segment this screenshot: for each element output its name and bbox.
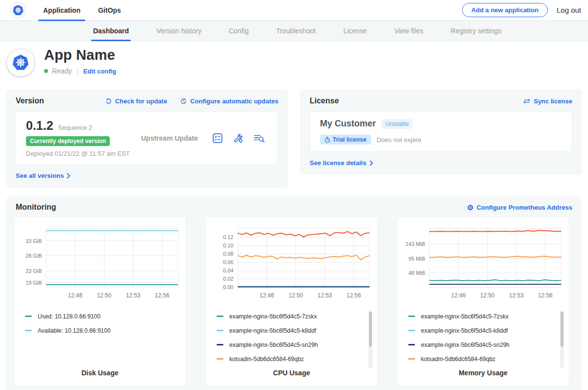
chart-title: Disk Usage: [17, 366, 183, 381]
status-ready-dot: [44, 69, 48, 73]
legend-item: example-nginx-5bc6f5d4c5-k8ddf: [408, 323, 566, 338]
chevron-right-icon: [67, 173, 71, 179]
svg-text:12:53: 12:53: [318, 292, 332, 299]
legend-item: Available: 10.128.0.66:9100: [25, 323, 183, 338]
divider: |: [76, 67, 78, 75]
kubernetes-logo-icon[interactable]: [11, 3, 25, 18]
license-type-badge: Trial license: [320, 135, 371, 145]
legend-label: example-nginx-5bc6f5d4c5-7zskx: [229, 313, 317, 320]
legend-label: Available: 10.128.0.66:9100: [38, 327, 111, 334]
page-title: App Name: [44, 47, 116, 63]
legend-swatch: [217, 330, 223, 331]
tab-registry-settings-label: Registry settings: [451, 27, 501, 35]
legend-swatch: [408, 330, 415, 331]
disk-usage-panel: 33 GiB28 GiB23 GiB19 GiB12:4612:5012:531…: [14, 217, 186, 386]
add-new-application-button[interactable]: Add a new application: [462, 3, 548, 17]
tab-version-history-label: Version history: [156, 27, 201, 35]
legend-swatch: [217, 316, 223, 317]
edit-config-link[interactable]: Edit config: [83, 68, 116, 75]
tab-dashboard-label: Dashboard: [93, 27, 129, 35]
legend-label: example-nginx-5bc6f5d4c5-sn29h: [229, 341, 318, 348]
legend-label: Used: 10.128.0.66:9100: [38, 313, 100, 320]
monitoring-section: Monitoring ⚙ Configure Prometheus Addres…: [6, 196, 582, 390]
tab-dashboard[interactable]: Dashboard: [93, 21, 129, 41]
license-card-title: License: [310, 97, 339, 105]
tab-version-history[interactable]: Version history: [156, 21, 201, 41]
svg-text:0.04: 0.04: [223, 268, 233, 273]
legend-swatch: [25, 330, 32, 331]
legend-scrollbar: [560, 310, 564, 368]
svg-text:12:46: 12:46: [260, 292, 274, 299]
see-all-versions-label: See all versions: [16, 172, 64, 179]
clock-refresh-icon: [180, 98, 187, 105]
svg-text:12:53: 12:53: [126, 292, 141, 299]
legend-label: kotsadm-5db6dc6584-69qbz: [421, 356, 495, 363]
legend-label: example-nginx-5bc6f5d4c5-k8ddf: [229, 327, 316, 334]
top-navbar: Application GitOps Add a new application…: [0, 0, 588, 21]
app-icon: [7, 49, 34, 76]
config-wrench-icon[interactable]: [233, 133, 244, 144]
view-logs-icon[interactable]: [253, 133, 265, 144]
legend-item: Used: 10.128.0.66:9100: [25, 309, 183, 323]
tab-view-files[interactable]: View files: [394, 21, 423, 41]
svg-text:23 GiB: 23 GiB: [25, 268, 42, 274]
chevron-right-icon: [369, 160, 373, 166]
configure-automatic-updates-label: Configure automatic updates: [190, 98, 278, 105]
license-expiry: Does not expire: [377, 136, 421, 144]
svg-text:19 GiB: 19 GiB: [25, 280, 42, 286]
version-source: Upstream Update: [141, 134, 212, 142]
nav-tab-application-label: Application: [43, 6, 80, 14]
legend-label: example-nginx-5bc6f5d4c5-k8ddf: [421, 327, 508, 334]
legend-item: kotsadm-5db6dc6584-69qbz: [408, 352, 566, 366]
tab-view-files-label: View files: [394, 27, 423, 35]
legend-item: kotsadm-5db6dc6584-69qbz: [217, 352, 374, 366]
tab-registry-settings[interactable]: Registry settings: [451, 21, 501, 41]
svg-text:12:50: 12:50: [480, 292, 495, 299]
see-all-versions-link[interactable]: See all versions: [16, 172, 71, 179]
see-license-details-link[interactable]: See license details: [310, 159, 373, 167]
version-card: Version Check for update Configure autom…: [6, 89, 288, 188]
tab-troubleshoot[interactable]: Troubleshoot: [276, 21, 316, 41]
svg-text:28 GiB: 28 GiB: [25, 253, 42, 259]
check-for-update-link[interactable]: Check for update: [105, 98, 167, 105]
nav-tab-gitops[interactable]: GitOps: [97, 0, 122, 21]
svg-text:33 GiB: 33 GiB: [25, 238, 42, 244]
svg-text:12:46: 12:46: [451, 292, 466, 299]
legend-scrollbar: [368, 310, 372, 368]
svg-text:95 MiB: 95 MiB: [409, 256, 425, 262]
status-text: Ready: [52, 67, 72, 75]
scrollbar-thumb[interactable]: [369, 312, 372, 347]
svg-text:0.10: 0.10: [223, 243, 233, 248]
configure-prometheus-link[interactable]: ⚙ Configure Prometheus Address: [467, 204, 572, 211]
sync-arrows-icon: [523, 98, 531, 104]
legend-swatch: [217, 358, 223, 360]
sync-license-link[interactable]: Sync license: [523, 98, 572, 105]
app-subnav: Dashboard Version history Config Trouble…: [0, 21, 588, 41]
svg-text:0.00: 0.00: [223, 284, 233, 290]
configure-prometheus-label: Configure Prometheus Address: [477, 204, 572, 211]
channel-badge: Unstable: [382, 119, 413, 129]
configure-automatic-updates-link[interactable]: Configure automatic updates: [180, 98, 278, 105]
legend-swatch: [408, 344, 415, 345]
diff-checklist-icon[interactable]: [212, 133, 223, 144]
svg-text:12:56: 12:56: [346, 292, 361, 299]
svg-text:143 MiB: 143 MiB: [406, 241, 425, 247]
legend-label: kotsadm-5db6dc6584-69qbz: [229, 356, 304, 363]
svg-text:0.06: 0.06: [223, 259, 233, 265]
svg-text:12:50: 12:50: [289, 292, 303, 299]
nav-tab-application[interactable]: Application: [42, 0, 81, 21]
license-type-label: Trial license: [333, 136, 367, 143]
tab-config[interactable]: Config: [229, 21, 248, 41]
current-version-panel: 0.1.2 Sequence 2 Currently deployed vers…: [16, 111, 278, 165]
svg-text:12:56: 12:56: [538, 292, 553, 299]
logout-link[interactable]: Log out: [557, 6, 581, 14]
tab-license[interactable]: License: [343, 21, 367, 41]
sync-license-label: Sync license: [534, 98, 572, 105]
scrollbar-thumb[interactable]: [561, 312, 564, 347]
memory-usage-chart: 143 MiB95 MiB48 MiB12:4612:5012:5312:56: [400, 223, 567, 305]
legend-swatch: [408, 358, 415, 360]
cpu-usage-chart: 0.120.100.080.060.040.020.0012:4612:5012…: [209, 223, 375, 305]
see-license-details-label: See license details: [310, 159, 367, 167]
stopwatch-icon: [324, 137, 330, 143]
tab-config-label: Config: [229, 27, 248, 35]
